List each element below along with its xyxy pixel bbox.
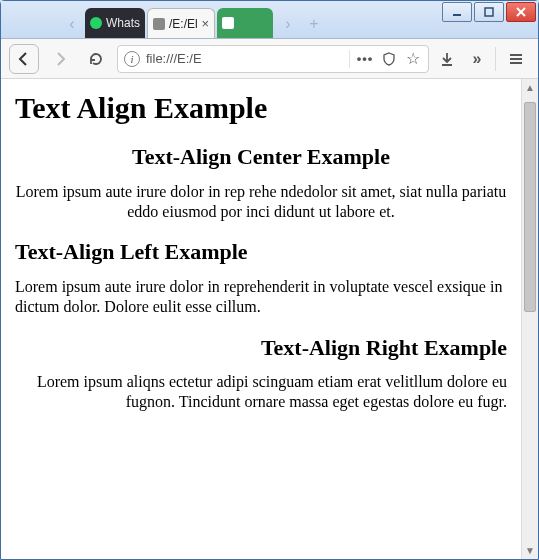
section-body-center: Lorem ipsum aute irure dolor in rep rehe… [15, 182, 507, 223]
browser-window: ‹ Whats /E:/Ele × › + [0, 0, 539, 560]
section-heading-left: Text-Align Left Example [15, 238, 507, 266]
tab-close-button[interactable]: × [201, 17, 209, 30]
forward-button[interactable] [45, 44, 75, 74]
scroll-down-button[interactable]: ▼ [522, 542, 538, 559]
close-icon [516, 7, 526, 17]
vertical-scrollbar[interactable]: ▲ ▼ [521, 79, 538, 559]
chevron-right-icon: › [285, 15, 290, 33]
arrow-right-icon [52, 51, 68, 67]
hamburger-icon [508, 51, 524, 67]
reload-button[interactable] [81, 44, 111, 74]
url-text: file:///E:/E [146, 51, 343, 66]
chevron-left-icon: ‹ [69, 15, 74, 33]
tracking-shield-icon[interactable] [380, 52, 398, 66]
maximize-button[interactable] [474, 2, 504, 22]
page-title: Text Align Example [15, 89, 507, 127]
svg-rect-1 [485, 8, 493, 16]
maximize-icon [484, 7, 494, 17]
urlbar-separator [349, 50, 350, 68]
site-info-icon[interactable]: i [124, 51, 140, 67]
chevron-double-right-icon: » [473, 50, 482, 68]
section-body-right: Lorem ipsum aliqns ectetur adipi scingua… [15, 372, 507, 413]
close-button[interactable] [506, 2, 536, 22]
section-heading-right: Text-Align Right Example [15, 334, 507, 362]
tab-w3[interactable] [217, 8, 273, 38]
bookmark-star-icon[interactable]: ☆ [404, 49, 422, 68]
page-viewport: Text Align Example Text-Align Center Exa… [1, 79, 538, 559]
tab-active-file[interactable]: /E:/Ele × [147, 8, 215, 38]
page-content: Text Align Example Text-Align Center Exa… [1, 79, 521, 559]
page-actions-button[interactable]: ••• [356, 51, 374, 66]
new-tab-button[interactable]: + [301, 10, 327, 38]
tab-label: Whats [106, 16, 140, 30]
tabs-scroll-left[interactable]: ‹ [59, 10, 85, 38]
arrow-left-icon [16, 51, 32, 67]
toolbar-divider [495, 47, 496, 71]
tab-label: /E:/Ele [169, 17, 197, 31]
navigation-toolbar: i file:///E:/E ••• ☆ » [1, 39, 538, 79]
section-heading-center: Text-Align Center Example [15, 143, 507, 171]
back-button[interactable] [9, 44, 39, 74]
tabs-scroll-right[interactable]: › [275, 10, 301, 38]
downloads-button[interactable] [435, 44, 459, 74]
scroll-up-button[interactable]: ▲ [522, 79, 538, 96]
toolbar-overflow-button[interactable]: » [465, 44, 489, 74]
plus-icon: + [309, 15, 318, 33]
tab-whatsapp[interactable]: Whats [85, 8, 145, 38]
w3-favicon-icon [222, 17, 234, 29]
reload-icon [88, 51, 104, 67]
tab-strip: ‹ Whats /E:/Ele × › + [1, 1, 538, 39]
minimize-button[interactable] [442, 2, 472, 22]
window-controls [442, 2, 536, 22]
scroll-track[interactable] [522, 96, 538, 542]
file-favicon-icon [153, 18, 165, 30]
download-icon [439, 51, 455, 67]
address-bar[interactable]: i file:///E:/E ••• ☆ [117, 45, 429, 73]
minimize-icon [452, 7, 462, 17]
scroll-thumb[interactable] [524, 102, 536, 312]
app-menu-button[interactable] [502, 45, 530, 73]
whatsapp-favicon-icon [90, 17, 102, 29]
section-body-left: Lorem ipsum aute irure dolor in reprehen… [15, 277, 507, 318]
